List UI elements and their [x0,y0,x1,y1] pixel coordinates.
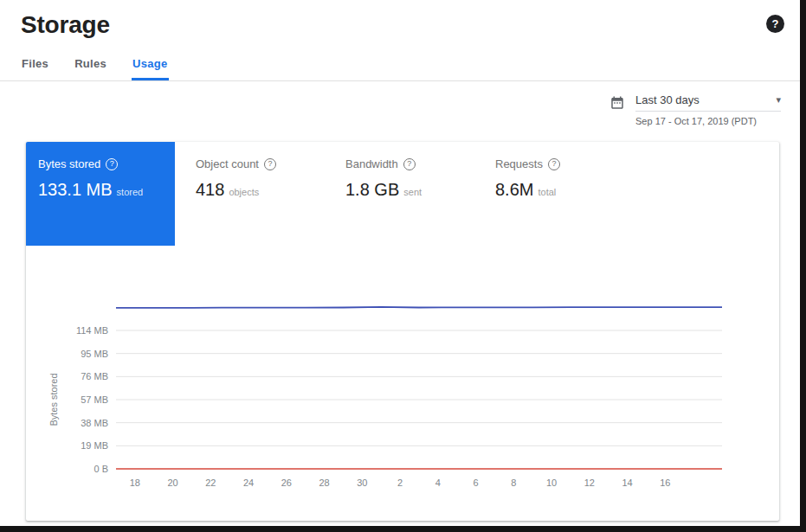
y-tick-label: 76 MB [81,371,108,381]
x-tick-label: 14 [622,478,633,488]
y-tick-label: 114 MB [76,325,108,336]
tab-label: Usage [132,57,168,70]
date-range-dropdown[interactable]: Last 30 days ▾ Sep 17 - Oct 17, 2019 (PD… [635,93,781,126]
metric-tile-requests[interactable]: Requests ? 8.6Mtotal [474,142,624,200]
x-tick-label: 8 [511,478,516,488]
question-mark-icon: ? [772,17,779,30]
metric-tile-bytes-stored[interactable]: Bytes stored ? 133.1 MBstored [26,142,175,246]
metric-label: Requests [495,157,543,170]
x-tick-label: 4 [435,478,441,488]
x-tick-label: 18 [130,478,140,488]
metric-value: 133.1 MB [38,180,113,199]
metric-value: 418 [196,180,224,199]
metric-tile-bandwidth[interactable]: Bandwidth ? 1.8 GBsent [325,142,474,200]
y-tick-label: 38 MB [81,418,108,428]
metric-value: 1.8 GB [345,180,399,199]
date-range-detail: Sep 17 - Oct 17, 2019 (PDT) [635,112,781,126]
help-icon[interactable]: ? [548,158,560,170]
storage-page: Storage ? Files Rules Usage Last 30 days [0,0,806,532]
metric-label-row: Bytes stored ? [38,157,168,170]
y-tick-label: 95 MB [81,349,108,359]
x-tick-label: 26 [281,478,292,488]
date-range-label: Last 30 days [635,93,700,106]
metric-tile-object-count[interactable]: Object count ? 418objects [175,142,325,200]
tab-rules[interactable]: Rules [74,50,107,80]
x-tick-label: 30 [357,478,367,488]
x-tick-label: 12 [584,478,595,488]
series-line [116,307,722,308]
metric-unit: objects [229,187,259,197]
metric-label: Bytes stored [38,157,100,170]
chevron-down-icon: ▾ [776,95,781,105]
x-tick-label: 24 [243,478,254,488]
date-range-current: Last 30 days ▾ [635,93,781,112]
y-tick-label: 57 MB [81,394,108,405]
metric-value-row: 1.8 GBsent [345,180,467,200]
calendar-icon [609,95,625,114]
metric-value: 8.6M [495,180,533,199]
tab-usage[interactable]: Usage [132,50,169,80]
date-range-picker[interactable]: Last 30 days ▾ Sep 17 - Oct 17, 2019 (PD… [609,93,781,126]
tab-files[interactable]: Files [21,50,49,80]
x-tick-label: 20 [168,478,178,488]
y-tick-label: 0 B [93,464,108,474]
y-axis-label: Bytes stored [48,373,59,426]
toolbar: Last 30 days ▾ Sep 17 - Oct 17, 2019 (PD… [0,81,800,126]
help-icon[interactable]: ? [106,158,118,170]
metric-value-row: 8.6Mtotal [495,180,617,200]
page-help-button[interactable]: ? [766,15,784,33]
tab-label: Files [22,57,48,70]
x-tick-label: 10 [546,478,557,488]
y-tick-label: 19 MB [81,440,108,451]
metric-label: Object count [196,157,259,170]
metric-unit: total [538,187,556,197]
metric-label-row: Requests ? [495,157,617,170]
metric-selector-row: Bytes stored ? 133.1 MBstored Object cou… [26,142,779,246]
page-header: Storage ? [0,0,800,40]
usage-chart: 0 B19 MB38 MB57 MB76 MB95 MB114 MB182022… [29,283,776,501]
x-tick-label: 16 [660,478,670,488]
help-icon[interactable]: ? [403,158,416,170]
metric-unit: stored [117,187,144,197]
usage-card: Bytes stored ? 133.1 MBstored Object cou… [26,142,779,521]
metric-value-row: 418objects [196,180,318,200]
metric-label-row: Bandwidth ? [345,157,467,170]
page-title: Storage [21,10,110,40]
x-tick-label: 2 [397,478,403,488]
metric-label-row: Object count ? [196,157,318,170]
metric-label: Bandwidth [345,157,398,170]
tab-bar: Files Rules Usage [0,50,800,81]
x-tick-label: 22 [205,478,216,488]
x-tick-label: 28 [319,478,330,488]
metric-unit: sent [403,187,422,197]
help-icon[interactable]: ? [264,158,276,170]
tab-label: Rules [74,57,106,70]
metric-value-row: 133.1 MBstored [38,180,168,200]
x-tick-label: 6 [474,478,479,488]
